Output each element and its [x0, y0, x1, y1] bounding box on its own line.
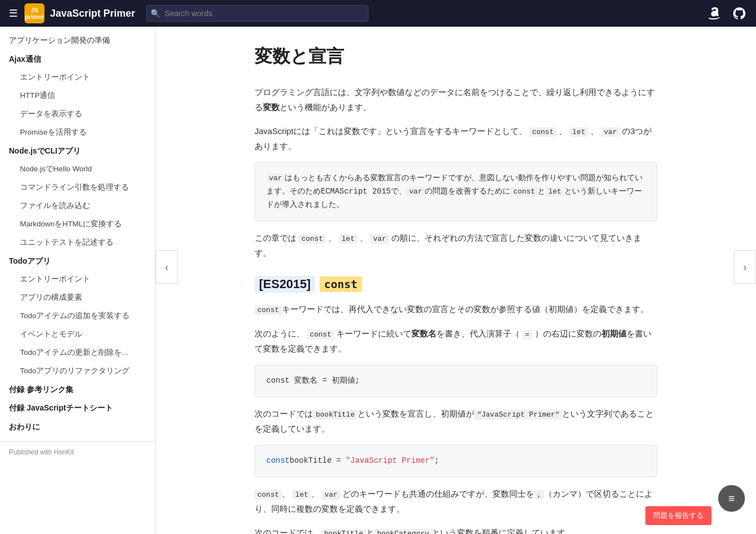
header-icons	[707, 6, 747, 21]
code2-end: ;	[435, 456, 439, 465]
p2-prefix: JavaScriptには「これは変数です」という宣言をするキーワードとして、	[255, 126, 527, 136]
p7-varname: bookTitle	[313, 410, 357, 419]
p6-varname: 変数名	[411, 329, 436, 338]
search-container: 🔍	[146, 5, 369, 22]
p8-let: let	[292, 490, 311, 500]
logo-text: JavaScript Primer	[50, 8, 135, 19]
p1-bold: 変数	[263, 102, 280, 112]
p9-var1: bookTitle	[321, 529, 366, 534]
paragraph-1: プログラミング言語には、文字列や数値などのデータに名前をつけることで、繰り返し利…	[255, 85, 657, 115]
sidebar-item-display-data[interactable]: データを表示する	[0, 105, 155, 123]
page-title: 変数と宣言	[255, 44, 657, 69]
p6-init: 初期値	[601, 329, 626, 338]
p9-prefix: 次のコードでは、	[255, 528, 321, 534]
p8-sep1: 、	[282, 489, 290, 498]
paragraph-9: 次のコードでは、bookTitleとbookCategoryという変数を順番に定…	[255, 525, 657, 534]
p5-text: キーワードでは、再代入できない変数の宣言とその変数が参照する値（初期値）を定義で…	[282, 304, 649, 314]
paragraph-4: この章では const 、 let 、 var の順に、それぞれの方法で宣言した…	[255, 230, 657, 260]
amazon-icon[interactable]	[707, 6, 723, 21]
section-heading-const: [ES2015] const	[255, 276, 657, 293]
menu-icon[interactable]: ☰	[9, 7, 18, 19]
sidebar: アプリケーション開発の準備 Ajax通信 エントリーポイント HTTP通信 デー…	[0, 27, 156, 534]
sidebar-item-cli-args[interactable]: コマンドライン引数を処理する	[0, 179, 155, 197]
fab-menu-button[interactable]: ≡	[718, 485, 745, 512]
sidebar-item-nodejs-hello[interactable]: Node.jsでHello World	[0, 160, 155, 179]
code1-text: const 変数名 = 初期値;	[266, 376, 360, 385]
p8-comma: ,	[534, 490, 544, 500]
code-block-2: constbookTitle = "JavaScript Primer";	[255, 445, 657, 477]
sidebar-item-add-todo[interactable]: Todoアイテムの追加を実装する	[0, 307, 155, 325]
p4-const: const	[299, 234, 326, 244]
p6-text1: キーワードに続いて	[336, 329, 411, 338]
p7-prefix: 次のコードでは	[255, 409, 313, 418]
sidebar-item-entrypoint-todo[interactable]: エントリーポイント	[0, 270, 155, 289]
sidebar-item-appendix-cheat[interactable]: 付録 JavaScriptチートシート	[0, 399, 155, 418]
p4-sep1: 、	[328, 233, 336, 243]
header: ☰ JSprimer JavaScript Primer 🔍	[0, 0, 756, 27]
p3-const: const	[510, 187, 538, 196]
p5-const: const	[255, 305, 282, 315]
code2-keyword: const	[266, 456, 290, 465]
code2-assign: =	[332, 456, 346, 465]
sidebar-item-app-components[interactable]: アプリの構成要素	[0, 289, 155, 307]
sidebar-item-nodejs-cli[interactable]: Node.jsでCLIアプリ	[0, 142, 155, 161]
p2-sep1: 、	[559, 126, 567, 136]
search-icon: 🔍	[151, 9, 160, 18]
sidebar-item-owari-ni[interactable]: おわりに	[0, 418, 155, 437]
code2-val: "JavaScript Primer"	[346, 456, 435, 465]
sidebar-item-app-dev-prep[interactable]: アプリケーション開発の準備	[0, 31, 155, 50]
search-input[interactable]	[146, 5, 369, 22]
sidebar-item-unit-test[interactable]: ユニットテストを記述する	[0, 234, 155, 252]
p3-let: let	[545, 187, 564, 196]
block-paragraph-3: varはもっとも古くからある変数宣言のキーワードですが、意図しない動作を作りやす…	[255, 162, 657, 221]
paragraph-5: constキーワードでは、再代入できない変数の宣言とその変数が参照する値（初期値…	[255, 301, 657, 317]
report-problem-button[interactable]: 問題を報告する	[645, 506, 712, 525]
header-logo[interactable]: JSprimer JavaScript Primer	[24, 3, 135, 23]
p2-var: var	[601, 127, 619, 137]
p3-var: var	[266, 174, 285, 183]
p6-eq: =	[523, 330, 533, 339]
sidebar-item-refactoring[interactable]: Todoアプリのリファクタリング	[0, 362, 155, 380]
p3-var2: var	[406, 187, 425, 196]
sidebar-item-entrypoint-ajax[interactable]: エントリーポイント	[0, 68, 155, 87]
sidebar-item-update-delete[interactable]: Todoアイテムの更新と削除を...	[0, 344, 155, 362]
p6-prefix: 次のように、	[255, 329, 305, 338]
p4-sep2: 、	[360, 233, 368, 243]
p2-const: const	[529, 127, 556, 137]
sidebar-item-event-model[interactable]: イベントとモデル	[0, 325, 155, 344]
sidebar-item-appendix-links[interactable]: 付録 参考リンク集	[0, 380, 155, 399]
p3-text2: の問題を改善するために	[425, 187, 510, 196]
sidebar-item-ajax[interactable]: Ajax通信	[0, 50, 155, 69]
p1-end: という機能があります。	[280, 102, 371, 112]
p7-text1: という変数を宣言し、初期値が	[357, 409, 474, 418]
const-badge: const	[320, 276, 362, 292]
p7-val: "JavaScript Primer"	[474, 410, 562, 419]
sidebar-item-http[interactable]: HTTP通信	[0, 87, 155, 105]
p8-sep2: 、	[311, 489, 320, 498]
main-layout: アプリケーション開発の準備 Ajax通信 エントリーポイント HTTP通信 デー…	[0, 27, 756, 534]
p8-text1: どのキーワードも共通の仕組みですが、変数同士を	[342, 489, 534, 498]
p9-var2: bookCategory	[374, 529, 432, 534]
p9-suffix: という変数を順番に定義しています。	[432, 528, 574, 534]
paragraph-8: const、 let、 var どのキーワードも共通の仕組みですが、変数同士を,…	[255, 486, 657, 516]
code2-var: bookTitle	[290, 456, 332, 465]
p9-and: と	[366, 528, 374, 534]
logo-badge: JSprimer	[24, 3, 44, 23]
p4-let: let	[339, 234, 357, 244]
content-area: 変数と宣言 プログラミング言語には、文字列や数値などのデータに名前をつけることで…	[228, 27, 684, 534]
p6-text2: を書き、代入演算子（	[436, 329, 520, 338]
sidebar-item-md-html[interactable]: MarkdownをHTMLに変換する	[0, 215, 155, 234]
es2015-badge: [ES2015]	[255, 276, 315, 293]
sidebar-item-read-file[interactable]: ファイルを読み込む	[0, 197, 155, 215]
p6-text3: ）の右辺に変数の	[535, 329, 601, 338]
github-icon[interactable]	[732, 6, 747, 21]
nav-prev-button[interactable]: ‹	[156, 250, 178, 284]
p3-and: と	[538, 187, 545, 196]
paragraph-6: 次のように、 const キーワードに続いて変数名を書き、代入演算子（ = ）の…	[255, 326, 657, 356]
p2-sep2: 、	[590, 126, 599, 136]
p4-prefix: この章では	[255, 233, 296, 243]
nav-next-button[interactable]: ›	[734, 250, 756, 284]
sidebar-item-promise[interactable]: Promiseを活用する	[0, 123, 155, 142]
sidebar-item-todo-app[interactable]: Todoアプリ	[0, 252, 155, 271]
p2-let: let	[570, 127, 588, 137]
